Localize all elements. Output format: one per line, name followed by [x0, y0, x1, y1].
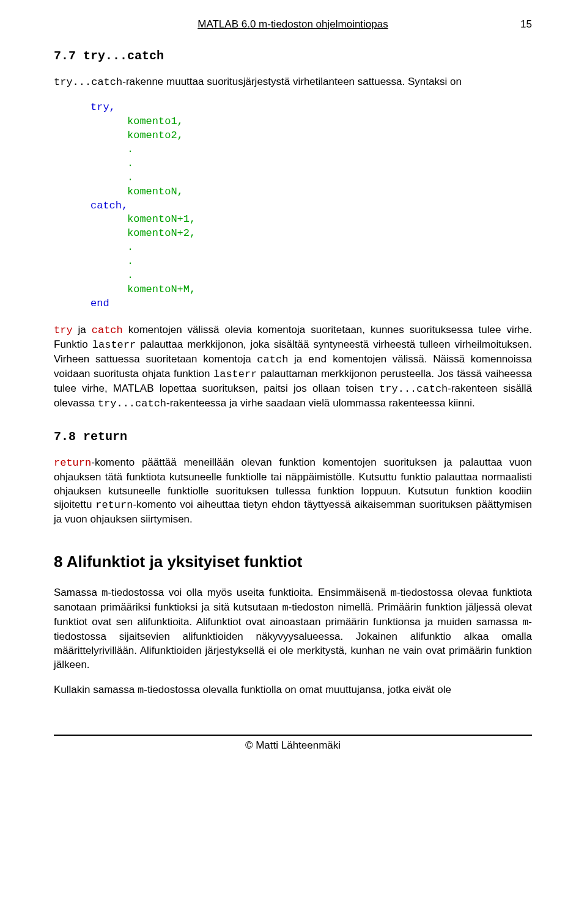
code-line: komentoN+2,	[54, 227, 196, 239]
page-number: 15	[520, 18, 532, 31]
code-line: .	[54, 172, 133, 183]
text: -tiedostossa olevalla funktiolla on omat…	[144, 684, 451, 695]
kw-catch-inline: catch	[92, 324, 123, 336]
code-lasterr: lasterr	[92, 339, 136, 351]
text: Kullakin samassa	[54, 684, 138, 695]
code-line: .	[54, 241, 133, 253]
code-end: end	[308, 354, 327, 365]
section-8-p2: Kullakin samassa m-tiedostossa olevalla …	[54, 683, 532, 698]
section-7-7-heading: 7.7 try...catch	[54, 49, 532, 63]
code-line: komentoN+M,	[54, 284, 196, 295]
code-line: komentoN,	[54, 186, 183, 197]
code-m: m	[138, 684, 144, 696]
code-line: .	[54, 270, 133, 281]
section-7-8-heading: 7.8 return	[54, 430, 532, 444]
code-m: m	[391, 587, 397, 599]
text: -tiedostossa voi olla myös useita funkti…	[108, 587, 391, 598]
kw-try-inline: try	[54, 324, 73, 336]
code-m: m	[522, 617, 528, 628]
code-try-catch: try...catch	[379, 383, 448, 395]
text: -rakenne muuttaa suoritusjärjestystä vir…	[122, 76, 462, 87]
code-line: komento1,	[54, 116, 183, 127]
code-line: .	[54, 144, 133, 155]
section-8-p1: Samassa m-tiedostossa voi olla myös usei…	[54, 586, 532, 672]
code-line: .	[54, 255, 133, 267]
code-line: komentoN+1,	[54, 213, 196, 225]
section-8-heading: 8 Alifunktiot ja yksityiset funktiot	[54, 552, 532, 571]
text: Samassa	[54, 587, 102, 598]
section-7-8-body: return-komento päättää meneillään olevan…	[54, 456, 532, 527]
code-catch: catch	[257, 354, 288, 365]
kw-catch: catch,	[54, 200, 128, 211]
header-title: MATLAB 6.0 m-tiedoston ohjelmointiopas	[198, 18, 388, 31]
code-lasterr: lasterr	[213, 369, 257, 380]
footer-text: © Matti Lähteenmäki	[245, 739, 341, 751]
code-try-catch: try...catch	[98, 398, 166, 409]
page-container: MATLAB 6.0 m-tiedoston ohjelmointiopas 1…	[0, 0, 587, 764]
kw-try: try,	[54, 101, 116, 113]
page-footer: © Matti Lähteenmäki	[54, 735, 532, 752]
code-line: komento2,	[54, 130, 183, 141]
page-header: MATLAB 6.0 m-tiedoston ohjelmointiopas 1…	[54, 18, 532, 31]
code-return: return	[95, 499, 133, 511]
section-7-7-intro: try...catch-rakenne muuttaa suoritusjärj…	[54, 75, 532, 90]
code-m: m	[282, 602, 288, 614]
section-7-7-body: try ja catch komentojen välissä olevia k…	[54, 323, 532, 411]
text: ja	[288, 353, 308, 365]
kw-return: return	[54, 457, 91, 469]
code-line: .	[54, 158, 133, 169]
text: ja	[73, 324, 92, 336]
code-block-try-catch: try, komento1, komento2, . . . komentoN,…	[54, 101, 532, 311]
code-try-catch: try...catch	[54, 76, 122, 88]
code-m: m	[102, 587, 108, 599]
kw-end: end	[54, 298, 109, 309]
text: -rakenteessa ja virhe saadaan vielä ulom…	[166, 397, 475, 409]
